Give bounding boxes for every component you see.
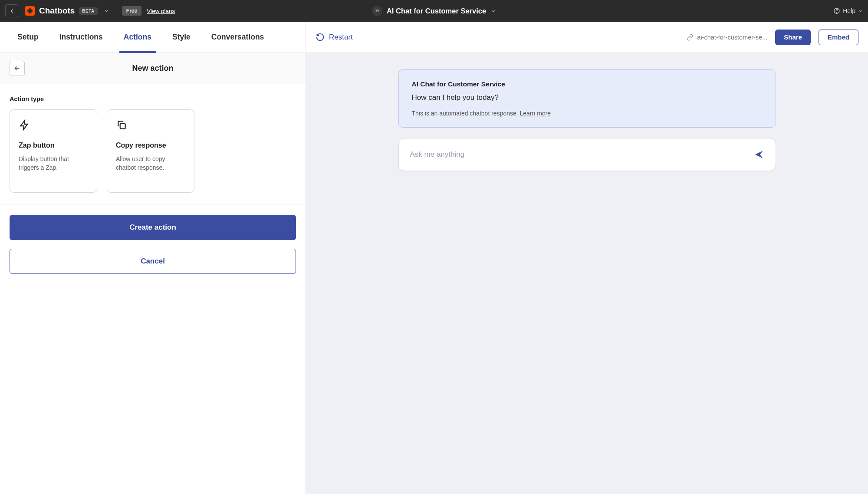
action-type-zap-button[interactable]: Zap button Display button that triggers … <box>10 109 97 193</box>
config-tabs: Setup Instructions Actions Style Convers… <box>0 22 306 53</box>
action-type-copy-response[interactable]: Copy response Allow user to copy chatbot… <box>107 109 194 193</box>
arrow-left-icon <box>13 65 21 72</box>
chatbot-url-text: ai-chat-for-customer-se... <box>697 34 767 41</box>
send-button[interactable] <box>754 149 764 160</box>
chat-input[interactable] <box>410 150 754 159</box>
zapier-logo-icon <box>25 6 35 16</box>
chat-greeting: How can I help you today? <box>412 93 763 102</box>
plan-badge: Free <box>122 6 141 16</box>
chatbot-url[interactable]: ai-chat-for-customer-se... <box>687 34 767 41</box>
chat-welcome-card: AI Chat for Customer Service How can I h… <box>398 69 776 128</box>
svg-point-1 <box>837 12 837 13</box>
restart-label: Restart <box>329 33 353 42</box>
card-desc: Display button that triggers a Zap. <box>19 155 88 172</box>
bolt-icon <box>19 119 30 131</box>
chevron-down-icon <box>490 8 496 14</box>
copy-icon <box>116 119 127 131</box>
learn-more-link[interactable]: Learn more <box>520 110 551 117</box>
tab-style[interactable]: Style <box>168 22 195 53</box>
chat-card-title: AI Chat for Customer Service <box>412 80 763 88</box>
restart-button[interactable]: Restart <box>316 33 353 42</box>
brand-name: Chatbots <box>39 6 75 16</box>
tab-conversations[interactable]: Conversations <box>207 22 269 53</box>
title-dropdown[interactable] <box>490 8 496 14</box>
chatbot-title: AI Chat for Customer Service <box>387 7 486 15</box>
global-back-button[interactable] <box>5 4 18 17</box>
card-title: Zap button <box>19 142 88 149</box>
panel-title: New action <box>132 64 173 73</box>
chevron-down-icon <box>858 9 863 13</box>
beta-badge: BETA <box>79 7 97 15</box>
tab-instructions[interactable]: Instructions <box>55 22 107 53</box>
link-icon <box>687 34 694 41</box>
chat-input-bar <box>398 138 776 171</box>
embed-button[interactable]: Embed <box>819 30 858 45</box>
arrow-left-icon <box>9 8 15 14</box>
panel-back-button[interactable] <box>10 61 25 76</box>
share-button[interactable]: Share <box>775 30 811 45</box>
tab-setup[interactable]: Setup <box>13 22 43 53</box>
cancel-button[interactable]: Cancel <box>10 249 296 274</box>
create-action-button[interactable]: Create action <box>10 215 296 240</box>
chat-footnote-text: This is an automated chatbot response. <box>412 110 520 117</box>
brand-dropdown[interactable] <box>104 8 109 13</box>
card-title: Copy response <box>116 142 185 149</box>
svg-rect-2 <box>120 124 125 129</box>
bot-avatar: JY <box>372 6 382 16</box>
help-label: Help <box>843 7 855 14</box>
card-desc: Allow user to copy chatbot response. <box>116 155 185 172</box>
chevron-down-icon <box>104 8 109 13</box>
send-icon <box>754 149 764 160</box>
action-type-label: Action type <box>10 96 296 102</box>
restart-icon <box>316 33 325 42</box>
tab-actions[interactable]: Actions <box>119 22 156 53</box>
help-icon <box>833 7 840 14</box>
help-menu[interactable]: Help <box>833 7 863 14</box>
view-plans-link[interactable]: View plans <box>147 8 175 14</box>
